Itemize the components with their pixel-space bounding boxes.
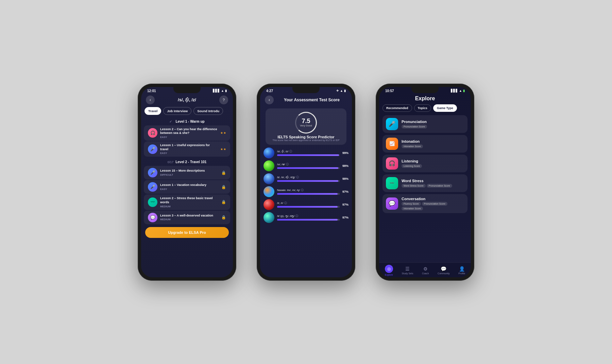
lesson-stars: ★ ★ (220, 131, 226, 135)
info-icon: ⓘ (286, 162, 289, 166)
wifi-icon-2: ▲ (340, 89, 343, 92)
phone-3-screen: 10:57 ▋▋▋ ▲ ▮ Explore Recommended Topics… (379, 87, 471, 277)
phone-1-screen: 12:01 ▋▋▋ ▲ ▮ ‹ /s/, /ʃ/, /z/ ? Travel J… (141, 87, 233, 277)
cat-tag-pronunciation-conv: Pronunciation Score (422, 202, 447, 206)
nav-community[interactable]: 💬 Community (438, 266, 449, 275)
score-pct: 98% (342, 177, 348, 180)
tab-recommended[interactable]: Recommended (382, 104, 412, 112)
category-pronunciation[interactable]: 🎤 Pronunciation Pronunciation Score (382, 115, 468, 133)
cat-tag-word-stress-score: Word Stress Score (402, 184, 426, 188)
lock-icon: 🔒 (221, 215, 226, 220)
info-icon: ⓘ (301, 188, 304, 192)
ball-blue-swirl (264, 148, 274, 158)
score-pct: 98% (342, 164, 348, 168)
lesson-icon: 🎤 (148, 168, 157, 177)
lesson-diff: MEDIUM (160, 205, 219, 208)
back-button-2[interactable]: ‹ (265, 96, 274, 104)
lesson-item: 💬 Lesson 3 – A well-deserved vacation ME… (144, 211, 230, 224)
score-info: /ɪ/ (y), /ʒ/, /dʒ/ ⓘ (277, 214, 340, 221)
cat-icon-pronunciation: 🎤 (386, 118, 398, 130)
lesson-icon-blue: 🎤 (148, 144, 157, 154)
score-bar-fill (277, 219, 338, 221)
study-sets-icon: ☰ (405, 266, 410, 272)
lesson-text: Lesson 2 – Can you hear the difference b… (160, 127, 218, 139)
nav-label-coach: Coach (422, 272, 429, 275)
cat-name-listening: Listening (402, 159, 464, 163)
lesson-text: Lesson 2 – Stress these basic travel wor… (160, 196, 219, 208)
explore-nav-icon: ◎ (385, 265, 393, 273)
notch-2 (292, 87, 320, 93)
signal-icon-3: ▋▋▋ (451, 89, 458, 92)
lock-icon: 🔒 (221, 200, 226, 204)
score-bar-bg (277, 193, 340, 195)
cat-tags: Listening Score (402, 164, 464, 168)
cat-text: Word Stress Word Stress Score Pronunciat… (402, 179, 464, 188)
score-label: /s/, /ʃ/, /z/ ⓘ (277, 150, 340, 153)
info-button-1[interactable]: ? (219, 96, 228, 104)
score-bar-fill (277, 206, 338, 208)
lesson-name: Lesson 2 – Can you hear the difference b… (160, 127, 218, 135)
category-conversation[interactable]: 💬 Conversation Fluency Score Pronunciati… (382, 194, 468, 213)
score-pct: 97% (342, 216, 348, 219)
explore-tabs: Recommended Topics Game Type (379, 104, 471, 112)
score-info: Nasals: /m/, /n/, /ŋ/ ⓘ (277, 188, 340, 195)
score-row: /ɪ/ (y), /ʒ/, /dʒ/ ⓘ 97% (264, 212, 348, 223)
notch-3 (411, 87, 439, 93)
score-label: /u/, /ʊ/ ⓘ (277, 162, 340, 166)
signal-icon: ▋▋▋ (213, 89, 220, 92)
score-pct: 99% (342, 151, 348, 155)
cat-name-conversation: Conversation (402, 197, 464, 201)
lesson-item: 🎤 Lesson 1 – Vacation vocabulary EASY 🔒 (144, 180, 230, 194)
lesson-item[interactable]: 🎤 Lesson 1 – Useful expressions for trav… (144, 141, 230, 157)
score-bar-fill (277, 193, 338, 195)
category-word-stress[interactable]: 〰️ Word Stress Word Stress Score Pronunc… (382, 174, 468, 192)
tab-game-type[interactable]: Game Type (433, 104, 457, 112)
level1-header: ✓ Level 1 - Warm up (141, 118, 233, 125)
score-row: /ɪ/, /s/, /tʃ/, /dʒ/ ⓘ 98% (264, 173, 348, 184)
lock-icon: 🔒 (221, 185, 226, 189)
category-list: 🎤 Pronunciation Pronunciation Score 📈 In… (379, 115, 471, 213)
lesson-stars: ★ ★ (220, 148, 226, 151)
level2-count: 0/17 (168, 160, 174, 164)
lesson-item[interactable]: 🎧 Lesson 2 – Can you hear the difference… (144, 125, 230, 141)
tab-travel[interactable]: Travel (144, 107, 161, 115)
nav-study-sets[interactable]: ☰ Study Sets (402, 266, 413, 275)
lesson-name: Lesson 3 – A well-deserved vacation (160, 214, 219, 218)
score-bar-bg (277, 206, 340, 208)
lesson-text: Lesson 1 – Vacation vocabulary EASY (160, 183, 219, 191)
gauge-circle: 7.5 Very Good (295, 112, 317, 134)
lock-icon: 🔒 (221, 171, 226, 175)
tab-topics[interactable]: Topics (414, 104, 431, 112)
score-row: Nasals: /m/, /n/, /ŋ/ ⓘ 97% (264, 186, 348, 197)
lesson-text: Lesson 1 – Useful expressions for travel… (160, 143, 218, 155)
score-bar-fill (277, 154, 339, 156)
tab-job-interview[interactable]: Job Interview (163, 107, 191, 115)
lesson-name: Lesson 1 – Useful expressions for travel (160, 143, 218, 151)
back-button-1[interactable]: ‹ (146, 96, 155, 104)
lesson-diff: DIFFICULT (160, 173, 219, 176)
cat-tags: Fluency Score Pronunciation Score Intona… (402, 202, 464, 210)
nav-explore[interactable]: ◎ Explore (385, 265, 393, 276)
nav-label-explore: Explore (385, 274, 393, 276)
tab-sound-intro[interactable]: Sound Introdu (193, 107, 223, 115)
category-listening[interactable]: 🎧 Listening Listening Score (382, 155, 468, 172)
phone1-header: ‹ /s/, /ʃ/, /z/ ? (141, 94, 233, 107)
level2-header: 0/17 Level 2 - Travel 101 (141, 157, 233, 165)
cat-text: Conversation Fluency Score Pronunciation… (402, 197, 464, 210)
phone-2-screen: 4:27 ✈ ▲ ▮ ‹ Your Assessment Test Score … (260, 87, 352, 277)
phone-2: 4:27 ✈ ▲ ▮ ‹ Your Assessment Test Score … (257, 84, 355, 281)
battery-icon-2: ▮ (344, 89, 346, 92)
nav-coach[interactable]: ⚙ Coach (422, 266, 429, 275)
category-intonation[interactable]: 📈 Intonation Intonation Score (382, 135, 468, 153)
score-label: Nasals: /m/, /n/, /ŋ/ ⓘ (277, 188, 340, 192)
lesson-name: Lesson 2 – Stress these basic travel wor… (160, 196, 219, 204)
cat-text: Intonation Intonation Score (402, 139, 464, 148)
community-icon: 💬 (441, 266, 446, 272)
nav-label-profile: Profile (458, 272, 465, 275)
upgrade-button[interactable]: Upgrade to ELSA Pro (145, 227, 229, 238)
phone2-title: Your Assessment Test Score (276, 98, 347, 102)
nav-profile[interactable]: 👤 Profile (458, 266, 465, 275)
cat-tag-intonation-conv: Intonation Score (402, 207, 423, 210)
ball-green (264, 160, 274, 171)
cat-name-pronunciation: Pronunciation (402, 120, 464, 124)
